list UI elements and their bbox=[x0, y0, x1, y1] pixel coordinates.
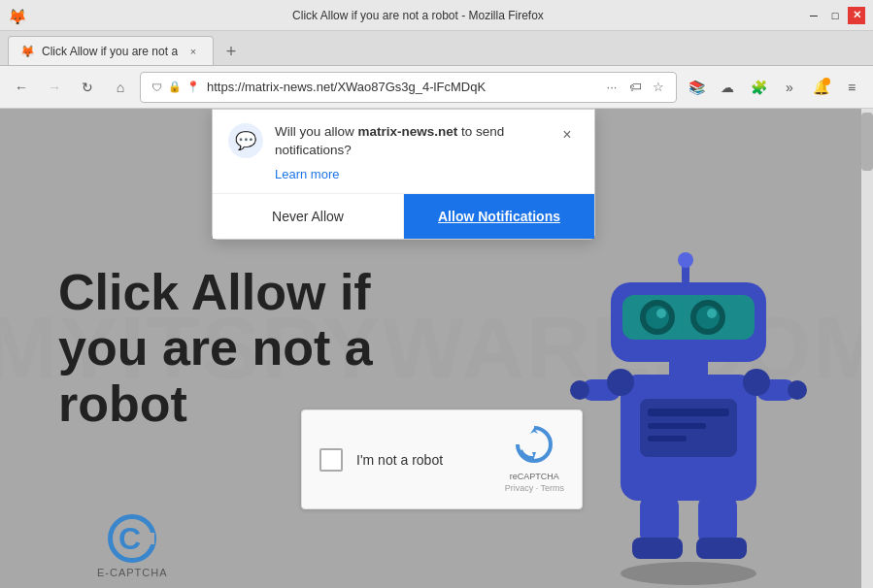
svg-rect-4 bbox=[648, 408, 729, 416]
svg-point-22 bbox=[696, 306, 720, 329]
svg-rect-13 bbox=[698, 496, 737, 544]
svg-point-20 bbox=[656, 309, 666, 318]
scrollbar[interactable] bbox=[861, 109, 873, 588]
recaptcha-terms-link[interactable]: Terms bbox=[541, 483, 565, 493]
window-controls: ─ □ ✕ bbox=[805, 7, 865, 24]
svg-point-19 bbox=[646, 306, 669, 329]
bookmark-icon[interactable]: ☆ bbox=[649, 78, 668, 97]
svg-rect-5 bbox=[648, 423, 706, 429]
back-button[interactable]: ← bbox=[8, 74, 35, 101]
shield-icon: 🛡 bbox=[149, 80, 164, 95]
notification-chat-icon: 💬 bbox=[228, 123, 263, 158]
popup-close-button[interactable]: × bbox=[555, 123, 579, 147]
svg-point-28 bbox=[743, 369, 770, 396]
svg-point-23 bbox=[707, 309, 717, 318]
minimize-button[interactable]: ─ bbox=[805, 7, 823, 24]
never-allow-button[interactable]: Never Allow bbox=[213, 194, 404, 239]
recaptcha-label: I'm not a robot bbox=[356, 452, 491, 468]
more-tools-button[interactable]: » bbox=[776, 74, 803, 101]
page-headline: Click Allow if you are not a robot bbox=[58, 265, 373, 432]
ecaptcha-icon: C bbox=[108, 514, 156, 563]
scrollbar-thumb[interactable] bbox=[861, 113, 873, 171]
svg-point-27 bbox=[607, 369, 634, 396]
notification-popup: 💬 Will you allow matrix-news.net to send… bbox=[212, 109, 595, 240]
svg-rect-24 bbox=[680, 301, 684, 334]
notification-button[interactable]: 🔔 bbox=[807, 74, 834, 101]
svg-point-10 bbox=[788, 380, 807, 400]
ecaptcha-logo: C E-CAPTCHA bbox=[97, 514, 168, 578]
title-bar: 🦊 Click Allow if you are not a robot - M… bbox=[0, 0, 873, 31]
svg-rect-14 bbox=[696, 538, 747, 559]
ecaptcha-label: E-CAPTCHA bbox=[97, 567, 168, 578]
svg-text:C: C bbox=[118, 524, 141, 553]
address-bar[interactable]: 🛡 🔒 📍 ··· 🏷 ☆ bbox=[140, 72, 677, 103]
sync-icon[interactable]: ☁ bbox=[714, 74, 741, 101]
recaptcha-links: Privacy · Terms bbox=[505, 483, 564, 493]
robot-svg bbox=[553, 219, 824, 588]
notification-popup-header: 💬 Will you allow matrix-news.net to send… bbox=[213, 110, 594, 193]
home-button[interactable]: ⌂ bbox=[107, 74, 134, 101]
recaptcha-privacy-link[interactable]: Privacy bbox=[505, 483, 534, 493]
url-input[interactable] bbox=[207, 80, 596, 94]
library-icon[interactable]: 📚 bbox=[683, 74, 710, 101]
reload-button[interactable]: ↻ bbox=[74, 74, 101, 101]
firefox-icon: 🦊 bbox=[8, 8, 23, 23]
recaptcha-brand: reCAPTCHA bbox=[510, 472, 559, 481]
svg-point-26 bbox=[678, 252, 693, 268]
headline-line2: you are not a bbox=[58, 319, 373, 376]
hamburger-menu[interactable]: ≡ bbox=[838, 74, 865, 101]
notification-popup-buttons: Never Allow Allow Notifications bbox=[213, 193, 594, 239]
recaptcha-logo-area: reCAPTCHA Privacy · Terms bbox=[505, 426, 564, 493]
svg-rect-12 bbox=[632, 538, 683, 559]
close-window-button[interactable]: ✕ bbox=[848, 7, 865, 24]
container-icon[interactable]: 🏷 bbox=[625, 78, 645, 97]
learn-more-link[interactable]: Learn more bbox=[275, 166, 544, 183]
webpage-content: 💬 Will you allow matrix-news.net to send… bbox=[0, 109, 873, 588]
browser-window: 🦊 Click Allow if you are not a robot - M… bbox=[0, 0, 873, 588]
robot-illustration bbox=[553, 219, 824, 588]
addons-icon[interactable]: 🧩 bbox=[745, 74, 772, 101]
recaptcha-separator: · bbox=[533, 483, 540, 493]
svg-rect-11 bbox=[640, 496, 679, 544]
notification-message: Will you allow matrix-news.net to send n… bbox=[275, 123, 544, 183]
recaptcha-logo-icon bbox=[516, 426, 553, 470]
svg-point-8 bbox=[570, 380, 589, 400]
headline-line3: robot bbox=[58, 376, 187, 432]
location-icon: 📍 bbox=[185, 80, 201, 95]
tab-close-button[interactable]: × bbox=[185, 44, 201, 59]
svg-rect-6 bbox=[648, 436, 687, 441]
notification-site: matrix-news.net bbox=[358, 124, 458, 139]
address-right-icons: ··· 🏷 ☆ bbox=[602, 78, 668, 97]
more-icon[interactable]: ··· bbox=[602, 78, 621, 97]
tab-favicon: 🦊 bbox=[20, 45, 34, 58]
tab-title: Click Allow if you are not a bbox=[42, 45, 178, 58]
message-prefix: Will you allow bbox=[275, 124, 358, 139]
lock-icon: 🔒 bbox=[167, 80, 183, 95]
headline-line1: Click Allow if bbox=[58, 264, 371, 320]
nav-bar: ← → ↻ ⌂ 🛡 🔒 📍 ··· 🏷 ☆ 📚 ☁ 🧩 » 🔔 ≡ bbox=[0, 66, 873, 109]
toolbar-right: 📚 ☁ 🧩 » 🔔 ≡ bbox=[683, 74, 865, 101]
tab-bar: 🦊 Click Allow if you are not a × + bbox=[0, 31, 873, 66]
maximize-button[interactable]: □ bbox=[826, 7, 844, 24]
svg-point-1 bbox=[621, 562, 756, 585]
recaptcha-widget[interactable]: I'm not a robot reCAPTCHA Privacy · Term… bbox=[301, 409, 583, 509]
window-title: Click Allow if you are not a robot - Moz… bbox=[31, 9, 805, 22]
address-icons: 🛡 🔒 📍 bbox=[149, 80, 201, 95]
new-tab-button[interactable]: + bbox=[218, 38, 245, 65]
active-tab[interactable]: 🦊 Click Allow if you are not a × bbox=[8, 36, 214, 65]
recaptcha-checkbox[interactable] bbox=[319, 448, 343, 472]
forward-button[interactable]: → bbox=[41, 74, 68, 101]
allow-notifications-button[interactable]: Allow Notifications bbox=[404, 194, 594, 239]
